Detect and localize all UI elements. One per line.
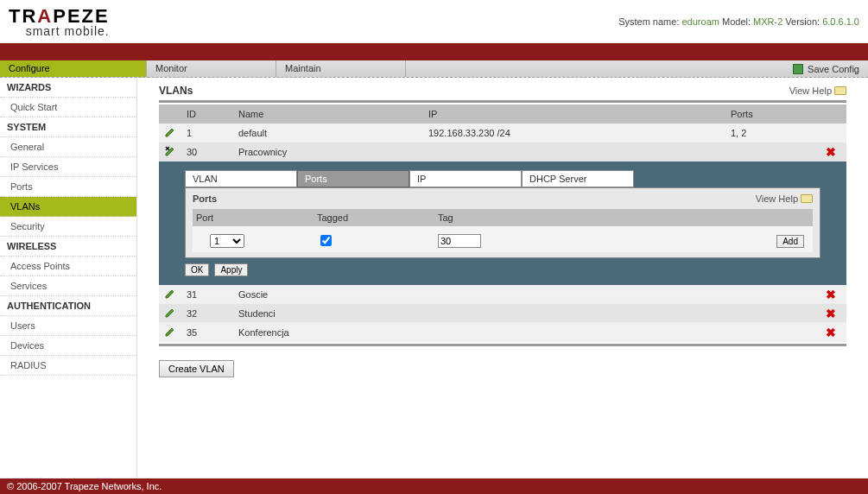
footer: © 2006-2007 Trapeze Networks, Inc. bbox=[0, 478, 868, 494]
sidebar-item-services[interactable]: Services bbox=[0, 276, 136, 296]
save-config-button[interactable]: Save Config bbox=[784, 60, 868, 77]
delete-icon[interactable]: ✖ bbox=[826, 307, 836, 320]
book-icon bbox=[801, 194, 813, 203]
disk-icon bbox=[793, 64, 803, 74]
table-row[interactable]: 31 Goscie ✖ bbox=[159, 285, 846, 304]
delete-icon[interactable]: ✖ bbox=[826, 326, 836, 339]
collapse-icon[interactable] bbox=[164, 145, 176, 157]
edit-icon[interactable] bbox=[164, 126, 176, 138]
sidebar-item-ports[interactable]: Ports bbox=[0, 177, 136, 197]
tagged-checkbox[interactable] bbox=[320, 235, 332, 246]
sidebar-group-auth: AUTHENTICATION bbox=[0, 296, 136, 316]
subtab-vlan[interactable]: VLAN bbox=[185, 170, 297, 187]
sidebar-item-general[interactable]: General bbox=[0, 137, 136, 157]
tab-maintain[interactable]: Maintain bbox=[276, 60, 406, 77]
sidebar-item-security[interactable]: Security bbox=[0, 217, 136, 237]
edit-icon[interactable] bbox=[164, 288, 176, 300]
book-icon bbox=[834, 86, 846, 95]
subpanel-header: Port Tagged Tag bbox=[193, 209, 813, 226]
sidebar-item-users[interactable]: Users bbox=[0, 316, 136, 336]
header-info: System name: eduroam Model: MXR-2 Versio… bbox=[618, 16, 859, 27]
ok-button[interactable]: OK bbox=[185, 263, 209, 276]
sidebar-item-aps[interactable]: Access Points bbox=[0, 256, 136, 276]
subtab-ports[interactable]: Ports bbox=[297, 170, 409, 187]
apply-button[interactable]: Apply bbox=[214, 263, 248, 276]
table-row[interactable]: 1 default 192.168.33.230 /24 1, 2 bbox=[159, 124, 846, 142]
table-row[interactable]: 32 Studenci ✖ bbox=[159, 304, 846, 323]
add-button[interactable]: Add bbox=[776, 235, 804, 248]
create-vlan-button[interactable]: Create VLAN bbox=[159, 360, 234, 377]
edit-icon[interactable] bbox=[164, 307, 176, 319]
sidebar-item-quickstart[interactable]: Quick Start bbox=[0, 98, 136, 117]
sidebar-group-wizards: WIZARDS bbox=[0, 78, 136, 98]
sidebar-item-vlans[interactable]: VLANs bbox=[0, 197, 136, 217]
tab-configure[interactable]: Configure bbox=[0, 60, 147, 77]
subpanel-title: Ports bbox=[193, 193, 217, 204]
delete-icon[interactable]: ✖ bbox=[826, 288, 836, 301]
table-row[interactable]: 35 Konferencja ✖ bbox=[159, 323, 846, 342]
logo: TRAPEZE smart mobile. bbox=[9, 5, 110, 38]
port-select[interactable]: 1 bbox=[210, 234, 244, 248]
delete-icon[interactable]: ✖ bbox=[826, 145, 836, 159]
subtab-ip[interactable]: IP bbox=[409, 170, 522, 187]
sidebar-item-ipservices[interactable]: IP Services bbox=[0, 157, 136, 177]
sidebar: WIZARDS Quick Start SYSTEM General IP Se… bbox=[0, 78, 137, 477]
sidebar-group-wireless: WIRELESS bbox=[0, 237, 136, 256]
sidebar-group-system: SYSTEM bbox=[0, 117, 136, 137]
edit-icon[interactable] bbox=[164, 326, 176, 338]
tag-input[interactable] bbox=[438, 234, 481, 248]
sidebar-item-devices[interactable]: Devices bbox=[0, 336, 136, 356]
sidebar-item-radius[interactable]: RADIUS bbox=[0, 356, 136, 376]
expand-panel: VLAN Ports IP DHCP Server Ports View Hel… bbox=[159, 162, 846, 285]
header-bar bbox=[0, 43, 868, 60]
view-help-link[interactable]: View Help bbox=[789, 86, 846, 96]
subtab-dhcp[interactable]: DHCP Server bbox=[522, 170, 634, 187]
vlan-table-header: ID Name IP Ports bbox=[159, 104, 846, 124]
tab-monitor[interactable]: Monitor bbox=[147, 60, 276, 77]
table-row-expanded[interactable]: 30 Pracownicy ✖ bbox=[159, 142, 846, 162]
page-title: VLANs bbox=[159, 85, 193, 97]
subpanel-help-link[interactable]: View Help bbox=[756, 193, 813, 204]
